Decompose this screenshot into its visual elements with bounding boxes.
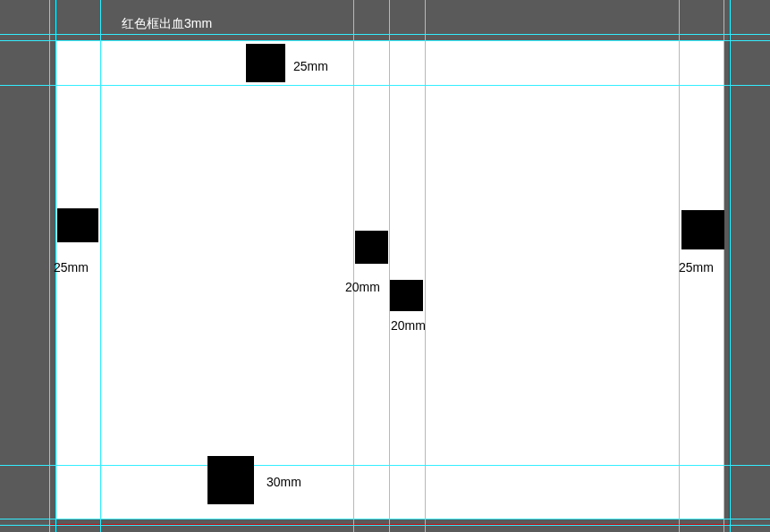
left-margin-label: 25mm xyxy=(54,260,89,274)
guide-h-page-bottom xyxy=(0,519,770,519)
bottom-margin-label: 30mm xyxy=(267,475,301,489)
inner-right-margin-label: 20mm xyxy=(391,318,426,333)
guide-v-page-right xyxy=(723,0,724,532)
guide-h-bleed-bottom xyxy=(0,525,770,526)
bleed-note: 红色框出血3mm xyxy=(122,16,212,32)
guide-v-bleed-left xyxy=(49,0,50,532)
guide-v-bleed-right xyxy=(730,0,731,532)
guide-h-bleed-top xyxy=(0,34,770,35)
bottom-margin-marker xyxy=(207,456,254,504)
top-margin-label: 25mm xyxy=(293,59,328,73)
right-margin-marker xyxy=(681,210,724,249)
left-margin-marker xyxy=(57,208,98,242)
right-margin-label: 25mm xyxy=(679,260,714,274)
inner-left-margin-marker xyxy=(355,231,388,264)
inner-right-margin-marker xyxy=(390,280,423,311)
inner-left-margin-label: 20mm xyxy=(345,280,380,294)
top-margin-marker xyxy=(246,44,285,82)
